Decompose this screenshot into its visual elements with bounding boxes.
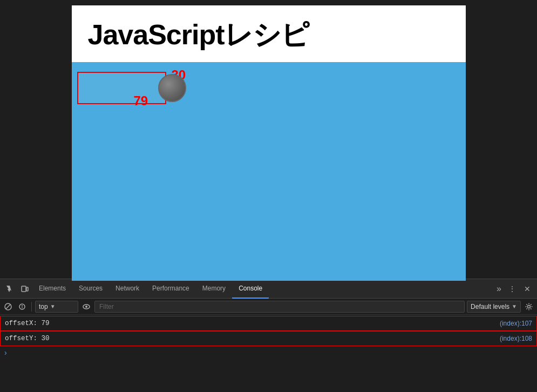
console-source-offsety[interactable]: (index):108	[500, 335, 532, 342]
filter-input[interactable]	[94, 301, 465, 313]
tab-console[interactable]: Console	[232, 279, 269, 299]
svg-rect-0	[22, 286, 26, 292]
page-canvas[interactable]: 30 79	[72, 62, 466, 281]
more-tabs-icon[interactable]: »	[493, 284, 505, 294]
devtools-tabbar: Elements Sources Network Performance Mem…	[0, 279, 537, 299]
preserve-log-icon[interactable]	[16, 301, 28, 313]
tab-performance[interactable]: Performance	[146, 279, 196, 299]
default-levels-selector[interactable]: Default levels ▼	[467, 301, 521, 313]
devtools-panel: Elements Sources Network Performance Mem…	[0, 279, 537, 392]
close-devtools-icon[interactable]: ✕	[520, 281, 535, 296]
default-levels-caret-icon: ▼	[512, 303, 517, 309]
ball[interactable]	[158, 74, 186, 102]
console-row-offsety: offsetY: 30 (index):108	[0, 331, 537, 346]
settings-icon[interactable]	[523, 301, 535, 313]
console-text-offsety: offsetY: 30	[5, 335, 500, 342]
svg-point-6	[22, 307, 23, 308]
toolbar-separator-1	[31, 302, 32, 312]
more-options-icon[interactable]: ⋮	[505, 281, 520, 296]
svg-point-9	[528, 305, 531, 308]
tab-sources[interactable]: Sources	[72, 279, 109, 299]
console-text-offsetx: offsetX: 79	[5, 320, 500, 327]
page-title: JavaScriptレシピ	[88, 16, 450, 54]
y-offset-label: 79	[134, 93, 148, 109]
console-output: offsetX: 79 (index):107 offsetY: 30 (ind…	[0, 315, 537, 392]
console-caret-icon: ›	[4, 348, 7, 357]
browser-content: JavaScriptレシピ 30 79	[72, 5, 466, 281]
console-row-offsetx: offsetX: 79 (index):107	[0, 316, 537, 331]
clear-console-icon[interactable]	[2, 301, 14, 313]
device-toolbar-icon[interactable]	[17, 281, 32, 296]
inspect-element-icon[interactable]	[2, 281, 17, 296]
browser-viewport: JavaScriptレシピ 30 79	[0, 0, 537, 279]
svg-rect-1	[26, 287, 28, 291]
svg-line-3	[6, 305, 10, 309]
console-source-offsetx[interactable]: (index):107	[500, 320, 532, 327]
eye-icon[interactable]	[80, 301, 92, 313]
context-selector[interactable]: top ▼	[35, 301, 78, 313]
tab-elements[interactable]: Elements	[32, 279, 72, 299]
svg-point-8	[85, 306, 87, 308]
context-caret-icon: ▼	[50, 303, 56, 309]
page-header: JavaScriptレシピ	[72, 5, 466, 62]
console-toolbar: top ▼ Default levels ▼	[0, 299, 537, 315]
tab-network[interactable]: Network	[109, 279, 146, 299]
tab-memory[interactable]: Memory	[196, 279, 232, 299]
console-input-row: ›	[0, 346, 537, 359]
offset-box	[77, 72, 166, 104]
